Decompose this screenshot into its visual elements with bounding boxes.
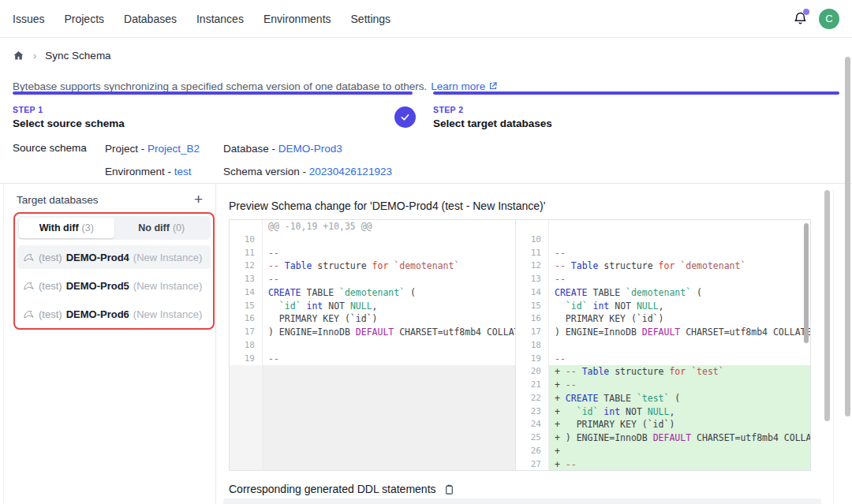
diff-line: 20+ -- Table structure for `test`: [516, 365, 810, 379]
nav-links: IssuesProjectsDatabasesInstancesEnvironm…: [13, 13, 390, 25]
diff-line: 14CREATE TABLE `demotenant` (: [516, 286, 810, 300]
diff-line-code: + PRIMARY KEY (`id`): [549, 418, 810, 431]
diff-line-number: 17: [230, 326, 263, 339]
diff-line: 10: [516, 233, 810, 247]
add-database-button[interactable]: +: [191, 192, 206, 207]
diff-line-number: 15: [230, 300, 263, 313]
diff-line: 25+ ) ENGINE=InnoDB DEFAULT CHARSET=utf8…: [516, 431, 810, 445]
database-note: (New Instance): [133, 280, 202, 292]
diff-line-code: PRIMARY KEY (`id`): [549, 312, 810, 326]
field-value-link[interactable]: test: [174, 166, 192, 177]
preview-panel-scrollbar[interactable]: [824, 190, 830, 421]
notification-bell-button[interactable]: [791, 10, 809, 28]
diff-line: 15 `id` int NOT NULL,: [516, 300, 810, 313]
database-list: (test)DEMO-Prod4(New Instance)(test)DEMO…: [17, 245, 211, 326]
database-name: DEMO-Prod4: [66, 252, 129, 263]
diff-line-number: 10: [516, 233, 549, 247]
diff-line-number: 16: [516, 312, 549, 326]
diff-line-code: +: [549, 445, 810, 458]
database-environment: (test): [39, 252, 62, 263]
diff-line: 23+ `id` int NOT NULL,: [516, 405, 810, 419]
diff-editor-scrollbar[interactable]: [804, 223, 809, 343]
chevron-right-icon: ›: [33, 50, 36, 62]
user-avatar[interactable]: C: [819, 9, 839, 29]
diff-line: 17) ENGINE=InnoDB DEFAULT CHARSET=utf8mb…: [230, 326, 515, 339]
diff-line-code: --: [549, 273, 810, 286]
diff-line-number: 16: [230, 312, 263, 326]
diff-filter-tabs: With diff(3)No diff(0): [17, 216, 211, 240]
step-1-completed-badge: [394, 106, 416, 128]
mysql-icon: [23, 252, 35, 263]
database-name: DEMO-Prod5: [66, 280, 129, 292]
home-icon[interactable]: [13, 50, 24, 62]
diff-line: 22+ CREATE TABLE `test` (: [516, 392, 810, 405]
tab-label: With diff: [39, 222, 79, 233]
diff-line-code: [549, 339, 810, 353]
diff-line-code: + CREATE TABLE `test` (: [549, 392, 810, 405]
diff-line-number: 15: [516, 300, 549, 313]
diff-line-code: --: [263, 273, 515, 286]
ddl-statements-section: Corresponding generated DDL statements: [229, 483, 455, 495]
diff-line-code: PRIMARY KEY (`id`): [263, 312, 515, 326]
preview-title: Preview Schema change for 'DEMO-Prod4 (t…: [229, 200, 545, 212]
diff-line-number: 12: [230, 259, 263, 273]
diff-filler-code: [263, 365, 515, 470]
diff-line-number: 22: [516, 392, 549, 405]
nav-item-databases[interactable]: Databases: [124, 13, 177, 25]
field-value-link[interactable]: 20230426121923: [309, 166, 392, 177]
diff-line: 10: [230, 233, 515, 247]
diff-line-code: CREATE TABLE `demotenant` (: [263, 286, 515, 300]
diff-line-code: + ) ENGINE=InnoDB DEFAULT CHARSET=utf8mb…: [549, 431, 810, 445]
top-nav: IssuesProjectsDatabasesInstancesEnvironm…: [0, 0, 852, 38]
diff-line-number: 13: [516, 273, 549, 286]
diff-line-number: 10: [230, 233, 263, 247]
schema-diff-editor: @@ -10,19 +10,35 @@1011--12-- Table stru…: [229, 219, 811, 471]
field-value-link[interactable]: DEMO-Prod3: [278, 143, 342, 155]
diff-line: 18: [230, 339, 515, 353]
diff-line-number: 23: [516, 405, 549, 419]
diff-line-number: 14: [230, 286, 263, 300]
mysql-icon: [23, 280, 35, 292]
database-item-demo-prod5[interactable]: (test)DEMO-Prod5(New Instance): [17, 274, 211, 297]
diff-line: 19--: [230, 353, 515, 366]
database-item-demo-prod6[interactable]: (test)DEMO-Prod6(New Instance): [17, 302, 211, 326]
tab-with-diff[interactable]: With diff(3): [19, 218, 114, 238]
field-value-link[interactable]: Project_B2: [148, 143, 200, 155]
diff-filler: [230, 365, 515, 470]
step-1-progress-bar: [13, 91, 413, 95]
intro-text: Bytebase supports synchronizing a specif…: [13, 80, 427, 92]
diff-line-number: 24: [516, 418, 549, 431]
database-item-demo-prod4[interactable]: (test)DEMO-Prod4(New Instance): [17, 245, 211, 269]
diff-line-code: [549, 233, 810, 247]
ddl-statements-label: Corresponding generated DDL statements: [229, 483, 436, 495]
diff-line-code: ) ENGINE=InnoDB DEFAULT CHARSET=utf8mb4 …: [549, 326, 810, 339]
ddl-code-block-top: [223, 498, 821, 504]
nav-item-issues[interactable]: Issues: [13, 13, 44, 25]
field-label: Project -: [105, 143, 148, 155]
learn-more-label: Learn more: [431, 80, 485, 92]
diff-line-code: + -- Table structure for `test`: [549, 365, 810, 379]
top-nav-right: C: [791, 9, 839, 29]
diff-line: 16 PRIMARY KEY (`id`): [230, 312, 515, 326]
learn-more-link[interactable]: Learn more: [431, 80, 498, 92]
nav-item-instances[interactable]: Instances: [196, 13, 244, 25]
diff-line: 13--: [230, 273, 515, 286]
nav-item-projects[interactable]: Projects: [64, 13, 104, 25]
tab-no-diff[interactable]: No diff(0): [114, 218, 210, 238]
page-scrollbar[interactable]: [845, 57, 850, 416]
nav-item-settings[interactable]: Settings: [351, 13, 391, 25]
diff-line-code: --: [549, 247, 810, 260]
diff-line: 16 PRIMARY KEY (`id`): [516, 312, 810, 326]
field-label: Database -: [223, 143, 278, 155]
diff-line-code: ) ENGINE=InnoDB DEFAULT CHARSET=utf8mb4 …: [263, 326, 515, 339]
diff-line-number: [230, 220, 263, 233]
diff-line-code: + --: [549, 379, 810, 392]
copy-icon[interactable]: [443, 483, 455, 495]
diff-line: 14CREATE TABLE `demotenant` (: [230, 286, 515, 300]
target-databases-header: Target databases +: [4, 184, 215, 207]
source-schema-section: Source schema Project - Project_B2Databa…: [13, 141, 392, 178]
diff-pane-modified: 1011--12-- Table structure for `demotena…: [515, 220, 810, 470]
nav-item-environments[interactable]: Environments: [263, 13, 331, 25]
diff-line-number: 18: [516, 339, 549, 353]
step-2-label: STEP 2: [433, 105, 552, 114]
